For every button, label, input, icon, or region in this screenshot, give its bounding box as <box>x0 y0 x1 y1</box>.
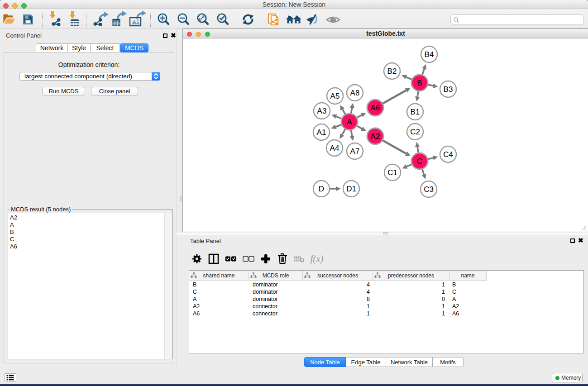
svg-text:B: B <box>417 79 422 87</box>
svg-text:A3: A3 <box>317 107 327 115</box>
svg-text:B4: B4 <box>425 50 434 59</box>
svg-text:f(x): f(x) <box>310 253 323 264</box>
svg-text:D: D <box>319 185 324 193</box>
svg-text:A5: A5 <box>330 92 340 100</box>
svg-text:A: A <box>347 118 352 126</box>
svg-text:D1: D1 <box>346 185 356 193</box>
svg-text:B1: B1 <box>411 108 420 116</box>
svg-text:A1: A1 <box>317 128 326 137</box>
svg-text:A7: A7 <box>350 147 360 156</box>
svg-text:C3: C3 <box>424 185 434 194</box>
svg-text:A4: A4 <box>330 144 339 152</box>
svg-text:A8: A8 <box>350 89 360 97</box>
svg-text:B2: B2 <box>387 67 397 76</box>
svg-text:B3: B3 <box>444 85 453 94</box>
svg-text:C4: C4 <box>443 150 453 159</box>
svg-text:C1: C1 <box>387 168 397 177</box>
svg-text:C2: C2 <box>410 128 420 136</box>
svg-text:A2: A2 <box>371 132 380 141</box>
svg-text:C: C <box>417 157 422 166</box>
svg-text:A6: A6 <box>371 104 380 112</box>
